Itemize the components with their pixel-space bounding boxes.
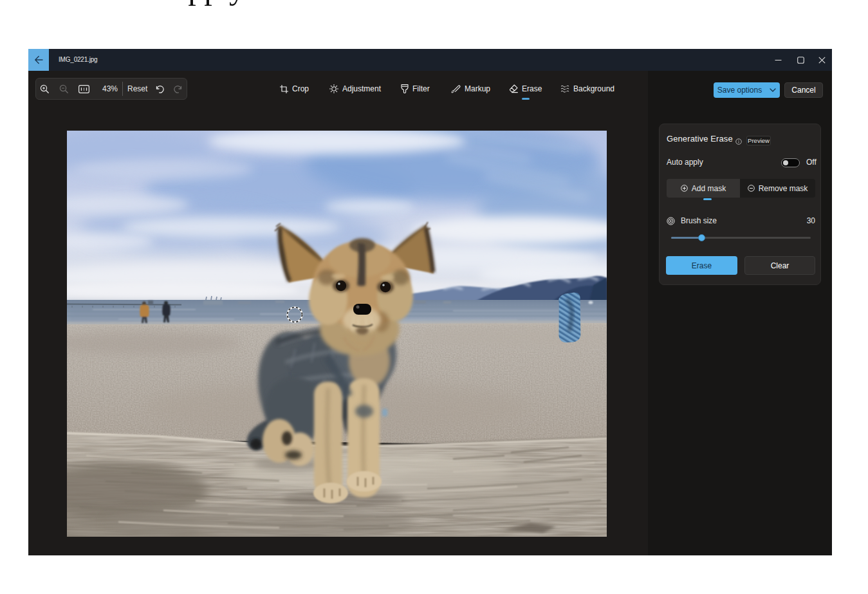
svg-text:apply: apply [174,0,245,6]
